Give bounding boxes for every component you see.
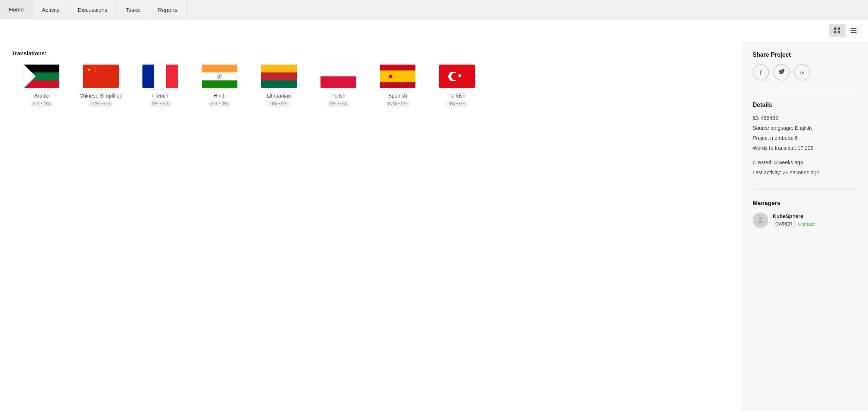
contact-link[interactable]: Contact: [798, 221, 815, 227]
nav-reports[interactable]: Reports: [149, 0, 187, 20]
manager-row: KubeSphere OWNER Contact: [753, 213, 858, 228]
lang-chinese-stats: 97% • 0%: [88, 101, 114, 107]
share-linkedin-button[interactable]: in: [794, 64, 811, 80]
svg-rect-0: [834, 27, 836, 30]
lang-polish-stats: 0% • 0%: [327, 101, 350, 107]
svg-rect-5: [851, 30, 857, 31]
lang-chinese[interactable]: Chinese Simplified 97% • 0%: [71, 64, 131, 107]
svg-rect-4: [851, 28, 857, 29]
nav-discussions[interactable]: Discussions: [69, 0, 117, 20]
share-title: Share Project: [753, 52, 858, 58]
flag-turkish: [439, 64, 475, 89]
flag-chinese: [83, 64, 119, 89]
lang-lithuanian[interactable]: Lithuanian 0% • 0%: [249, 64, 309, 107]
grid-view-button[interactable]: [829, 24, 845, 37]
manager-info: KubeSphere OWNER Contact: [773, 213, 815, 227]
content-area: Translations: Arabic 0% • 0%: [0, 41, 742, 411]
nav-activity[interactable]: Activity: [33, 0, 69, 20]
share-buttons: f in: [753, 64, 858, 80]
detail-last-activity: Last activity: 26 seconds ago: [753, 169, 858, 177]
svg-rect-2: [834, 31, 836, 33]
svg-rect-6: [851, 32, 857, 33]
detail-project-members: Project members: 6: [753, 134, 858, 142]
svg-rect-22: [202, 80, 237, 88]
lang-spanish-stats: 67% • 0%: [385, 101, 410, 107]
lang-spanish-name: Spanish: [388, 93, 407, 99]
flag-french: [142, 64, 178, 89]
twitter-icon: [779, 69, 785, 76]
flag-hindi: [202, 64, 237, 89]
flag-lithuanian: [261, 64, 297, 89]
flag-polish: [320, 64, 356, 89]
list-view-button[interactable]: [845, 24, 862, 37]
lang-hindi-stats: 0% • 0%: [208, 101, 231, 107]
lang-lithuanian-name: Lithuanian: [267, 93, 291, 99]
lang-turkish-stats: 0% • 0%: [445, 101, 468, 107]
details-section: Details ID: 485483 Source language: Engl…: [753, 102, 858, 190]
lang-turkish-name: Turkish: [448, 93, 465, 99]
lang-polish-name: Polish: [331, 93, 345, 99]
lang-spanish[interactable]: ⚜ Spanish 67% • 0%: [368, 64, 427, 107]
svg-rect-19: [142, 65, 154, 88]
nav-tasks[interactable]: Tasks: [117, 0, 149, 20]
flag-arabic: [24, 64, 59, 89]
lang-french[interactable]: French 0% • 0%: [131, 64, 190, 107]
detail-source-language: Source language: English: [753, 124, 858, 132]
svg-point-42: [451, 73, 459, 80]
svg-rect-21: [202, 65, 237, 72]
share-twitter-button[interactable]: [773, 64, 790, 80]
share-section: Share Project f in: [753, 52, 858, 91]
lang-hindi[interactable]: Hindi 0% • 0%: [190, 64, 249, 107]
svg-rect-3: [838, 31, 840, 33]
lang-chinese-name: Chinese Simplified: [79, 93, 122, 99]
nav-home[interactable]: Home: [0, 0, 33, 20]
linkedin-icon: in: [800, 70, 805, 75]
toolbar: [0, 20, 868, 41]
details-title: Details: [753, 102, 858, 108]
lang-french-name: French: [152, 93, 168, 99]
avatar: [753, 213, 768, 228]
svg-text:⚜: ⚜: [390, 75, 392, 78]
lang-polish[interactable]: Polish 0% • 0%: [309, 64, 368, 107]
managers-section: Managers KubeSphere OWNER Contact: [753, 200, 858, 239]
nav-bar: Home Activity Discussions Tasks Reports: [0, 0, 868, 20]
facebook-icon: f: [760, 69, 762, 76]
svg-rect-11: [83, 65, 119, 88]
svg-rect-1: [838, 27, 840, 30]
lang-arabic[interactable]: Arabic 0% • 0%: [12, 64, 71, 107]
lang-turkish[interactable]: Turkish 0% • 0%: [427, 64, 487, 107]
svg-rect-37: [380, 70, 415, 82]
main-layout: Translations: Arabic 0% • 0%: [0, 41, 868, 411]
flag-spanish: ⚜: [380, 64, 415, 89]
lang-arabic-stats: 0% • 0%: [30, 101, 53, 107]
svg-rect-35: [320, 65, 356, 76]
detail-created: Created: 3 weeks ago: [753, 159, 858, 167]
lang-arabic-name: Arabic: [34, 93, 49, 99]
share-facebook-button[interactable]: f: [753, 64, 769, 80]
sidebar: Share Project f in Details ID: 485483 So…: [742, 41, 868, 411]
lang-lithuanian-stats: 0% • 0%: [267, 101, 290, 107]
manager-name: KubeSphere: [773, 213, 815, 219]
lang-hindi-name: Hindi: [214, 93, 226, 99]
detail-words-to-translate: Words to translate: 17 228: [753, 144, 858, 152]
managers-title: Managers: [753, 200, 858, 207]
detail-id: ID: 485483: [753, 114, 858, 122]
manager-badges: OWNER Contact: [773, 221, 815, 227]
language-grid: Arabic 0% • 0% Chinese Simplified 97: [12, 64, 730, 121]
owner-badge: OWNER: [773, 221, 795, 227]
view-toggle: [829, 24, 862, 37]
lang-french-stats: 0% • 0%: [149, 101, 172, 107]
translations-label: Translations:: [12, 50, 730, 56]
svg-rect-33: [261, 65, 297, 72]
svg-point-45: [759, 217, 762, 220]
